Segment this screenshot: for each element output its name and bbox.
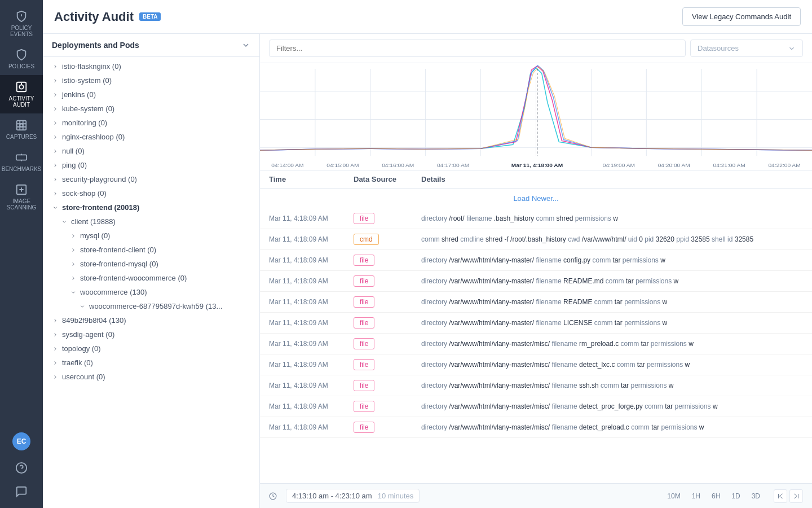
tree-item[interactable]: security-playground (0) (43, 172, 259, 186)
table-row[interactable]: Mar 11, 4:18:09 AM file directory /root/… (260, 208, 812, 229)
chevron-right-icon (52, 91, 59, 98)
details-cell: directory /var/www/html/vlany-master/mis… (421, 381, 803, 391)
tree-item[interactable]: 849b2f9b8f04 (130) (43, 313, 259, 327)
chevron-right-icon (52, 345, 59, 352)
tree-container[interactable]: istio-flasknginx (0)istio-system (0)jenk… (43, 57, 259, 508)
sidebar-item-policy-events[interactable]: POLICY EVENTS (0, 5, 43, 43)
table-row[interactable]: Mar 11, 4:18:09 AM file directory /var/w… (260, 271, 812, 292)
chevron-right-icon (52, 176, 59, 183)
tree-item-label: topology (0) (62, 344, 101, 353)
sidebar-item-image-scanning[interactable]: IMAGE SCANNING (0, 178, 43, 216)
sidebar: POLICY EVENTS POLICIES ACTIVITY AUDIT CA… (0, 0, 43, 508)
legacy-commands-button[interactable]: View Legacy Commands Audit (682, 7, 801, 26)
nav-prev-button[interactable] (774, 489, 787, 503)
table-row[interactable]: Mar 11, 4:18:09 AM file directory /var/w… (260, 396, 812, 417)
datasource-select[interactable]: Datasources (690, 40, 803, 57)
panel-title: Deployments and Pods (52, 41, 139, 50)
chevron-right-icon (52, 63, 59, 70)
time-cell: Mar 11, 4:18:09 AM (269, 298, 354, 306)
load-newer-btn[interactable]: Load Newer... (260, 189, 812, 208)
table-row[interactable]: Mar 11, 4:18:09 AM file directory /var/w… (260, 354, 812, 375)
chevron-right-icon (52, 190, 59, 197)
left-panel: Deployments and Pods istio-flasknginx (0… (43, 34, 260, 508)
source-cell[interactable]: file (354, 317, 421, 329)
source-cell[interactable]: file (354, 422, 421, 433)
tree-item[interactable]: store-frontend (20018) (43, 200, 259, 214)
svg-text:04:21:00 AM: 04:21:00 AM (713, 162, 745, 168)
time-opt-6h[interactable]: 6H (707, 491, 725, 502)
tree-item-label: ping (0) (62, 161, 87, 169)
tree-item[interactable]: traefik (0) (43, 356, 259, 370)
time-range-display: 4:13:10 am - 4:23:10 am 10 minutes (286, 489, 420, 503)
tree-item[interactable]: null (0) (43, 144, 259, 158)
chat-icon[interactable] (0, 480, 43, 503)
svg-text:04:20:00 AM: 04:20:00 AM (658, 162, 690, 168)
tree-item-label: store-frontend-mysql (0) (80, 260, 158, 268)
header-right: View Legacy Commands Audit (682, 7, 801, 26)
nav-next-button[interactable] (789, 489, 803, 503)
source-cell[interactable]: cmd (354, 234, 421, 245)
sidebar-item-benchmarks[interactable]: BENCHMARKS (0, 146, 43, 178)
time-opt-1d[interactable]: 1D (727, 491, 744, 502)
chevron-right-icon (52, 317, 59, 324)
source-cell[interactable]: file (354, 213, 421, 224)
chevron-right-icon (52, 106, 59, 112)
sidebar-item-captures[interactable]: CAPTURES (0, 113, 43, 146)
chevron-down-icon (70, 289, 77, 296)
tree-item[interactable]: nginx-crashloop (0) (43, 130, 259, 144)
tree-item[interactable]: woocommerce (130) (43, 285, 259, 299)
tree-item[interactable]: sock-shop (0) (43, 186, 259, 200)
time-opt-10m[interactable]: 10M (663, 491, 685, 502)
avatar[interactable]: EC (0, 427, 43, 456)
tree-item-label: traefik (0) (62, 358, 93, 367)
tree-item[interactable]: jenkins (0) (43, 87, 259, 102)
table-row[interactable]: Mar 11, 4:18:09 AM file directory /var/w… (260, 417, 812, 438)
source-cell[interactable]: file (354, 296, 421, 308)
beta-badge: BETA (139, 12, 161, 21)
sidebar-item-activity-audit[interactable]: ACTIVITY AUDIT (0, 75, 43, 113)
time-cell: Mar 11, 4:18:09 AM (269, 235, 354, 243)
table-row[interactable]: Mar 11, 4:18:09 AM file directory /var/w… (260, 292, 812, 313)
tree-item[interactable]: store-frontend-client (0) (43, 243, 259, 257)
sidebar-item-policies[interactable]: POLICIES (0, 43, 43, 75)
source-cell[interactable]: file (354, 275, 421, 287)
chart-area: 04:14:00 AM 04:15:00 AM 04:16:00 AM 04:1… (260, 63, 812, 170)
tree-item[interactable]: kube-system (0) (43, 102, 259, 116)
tree-item[interactable]: mysql (0) (43, 229, 259, 243)
source-cell[interactable]: file (354, 338, 421, 349)
details-cell: comm shred cmdline shred -f /root/.bash_… (421, 235, 803, 244)
source-cell[interactable]: file (354, 359, 421, 370)
tree-item[interactable]: store-frontend-mysql (0) (43, 257, 259, 271)
tree-item[interactable]: ping (0) (43, 158, 259, 172)
table-row[interactable]: Mar 11, 4:18:09 AM file directory /var/w… (260, 334, 812, 354)
table-row[interactable]: Mar 11, 4:18:09 AM file directory /var/w… (260, 250, 812, 271)
table-row[interactable]: Mar 11, 4:18:09 AM cmd comm shred cmdlin… (260, 229, 812, 250)
chevron-down-icon[interactable] (241, 41, 250, 50)
tree-item[interactable]: usercount (0) (43, 370, 259, 384)
filter-input[interactable] (269, 40, 686, 57)
source-cell[interactable]: file (354, 401, 421, 412)
right-panel: Datasources (260, 34, 812, 508)
time-opt-1h[interactable]: 1H (687, 491, 705, 502)
table-row[interactable]: Mar 11, 4:18:09 AM file directory /var/w… (260, 375, 812, 396)
svg-text:04:14:00 AM: 04:14:00 AM (271, 162, 303, 168)
source-cell[interactable]: file (354, 255, 421, 266)
source-badge: file (354, 296, 374, 308)
source-cell[interactable]: file (354, 380, 421, 391)
tree-item[interactable]: sysdig-agent (0) (43, 327, 259, 341)
time-opt-3d[interactable]: 3D (747, 491, 765, 502)
tree-item[interactable]: client (19888) (43, 214, 259, 229)
tree-item[interactable]: store-frontend-woocommerce (0) (43, 271, 259, 285)
col-time: Time (269, 175, 354, 183)
details-cell: directory /var/www/html/vlany-master/mis… (421, 339, 803, 349)
tree-item[interactable]: woocommerce-687795897d-kwh59 (13... (43, 299, 259, 313)
tree-item[interactable]: topology (0) (43, 341, 259, 356)
source-badge: file (354, 422, 374, 433)
svg-point-3 (19, 85, 23, 89)
tree-item[interactable]: istio-flasknginx (0) (43, 59, 259, 73)
tree-item[interactable]: monitoring (0) (43, 116, 259, 130)
tree-item[interactable]: istio-system (0) (43, 73, 259, 87)
table-row[interactable]: Mar 11, 4:18:09 AM file directory /var/w… (260, 313, 812, 334)
help-icon[interactable] (0, 456, 43, 480)
chevron-down-icon (52, 204, 59, 211)
